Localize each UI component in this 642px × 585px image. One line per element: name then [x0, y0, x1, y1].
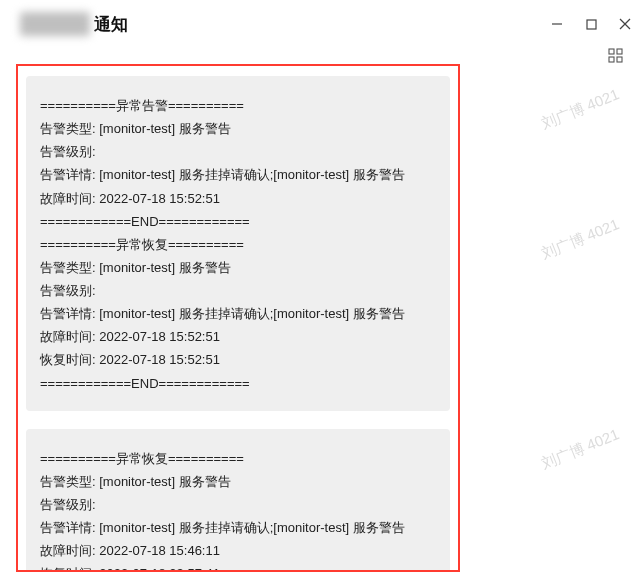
message-bubble: ==========异常恢复==========告警类型: [monitor-t… — [26, 429, 450, 572]
maximize-button[interactable] — [584, 17, 598, 31]
minimize-icon — [551, 18, 563, 30]
titlebar: 通知 — [0, 0, 642, 48]
svg-rect-1 — [587, 20, 596, 29]
message-line: ============END============ — [40, 210, 436, 233]
message-line: 告警详情: [monitor-test] 服务挂掉请确认;[monitor-te… — [40, 302, 436, 325]
svg-rect-4 — [609, 49, 614, 54]
message-line: ==========异常恢复========== — [40, 233, 436, 256]
message-line: ==========异常恢复========== — [40, 447, 436, 470]
message-line: 告警类型: [monitor-test] 服务警告 — [40, 470, 436, 493]
message-line: 告警类型: [monitor-test] 服务警告 — [40, 256, 436, 279]
message-line: 告警级别: — [40, 493, 436, 516]
highlighted-message-area: ==========异常告警==========告警类型: [monitor-t… — [16, 64, 460, 572]
watermark: 刘广博 4021 — [539, 425, 623, 474]
message-line: 故障时间: 2022-07-18 15:46:11 — [40, 539, 436, 562]
message-line: 告警级别: — [40, 140, 436, 163]
message-line: 故障时间: 2022-07-18 15:52:51 — [40, 187, 436, 210]
close-icon — [619, 18, 631, 30]
message-line: ============END============ — [40, 372, 436, 395]
grid-icon — [608, 48, 624, 64]
grid-menu-button[interactable] — [608, 48, 624, 68]
window-controls — [550, 17, 632, 31]
message-line: 告警详情: [monitor-test] 服务挂掉请确认;[monitor-te… — [40, 516, 436, 539]
watermark: 刘广博 4021 — [539, 215, 623, 264]
svg-rect-6 — [609, 57, 614, 62]
title-blurred-prefix — [20, 12, 90, 36]
message-line: 告警详情: [monitor-test] 服务挂掉请确认;[monitor-te… — [40, 163, 436, 186]
message-line: 故障时间: 2022-07-18 15:52:51 — [40, 325, 436, 348]
message-bubble: ==========异常告警==========告警类型: [monitor-t… — [26, 76, 450, 411]
window-title: 通知 — [94, 13, 128, 36]
message-line: 告警级别: — [40, 279, 436, 302]
watermark: 刘广博 4021 — [539, 85, 623, 134]
notification-window: 通知 刘广博 4021 刘广博 4021 刘广博 4021 ==========… — [0, 0, 642, 585]
message-line: 告警类型: [monitor-test] 服务警告 — [40, 117, 436, 140]
message-list: ==========异常告警==========告警类型: [monitor-t… — [26, 76, 450, 572]
message-line: ==========异常告警========== — [40, 94, 436, 117]
message-line: 恢复时间: 2022-07-18 15:52:51 — [40, 348, 436, 371]
close-button[interactable] — [618, 17, 632, 31]
maximize-icon — [586, 19, 597, 30]
svg-rect-5 — [617, 49, 622, 54]
title-left: 通知 — [20, 12, 128, 36]
svg-rect-7 — [617, 57, 622, 62]
message-line: 恢复时间: 2022-07-18 23:57:41 — [40, 562, 436, 572]
minimize-button[interactable] — [550, 17, 564, 31]
